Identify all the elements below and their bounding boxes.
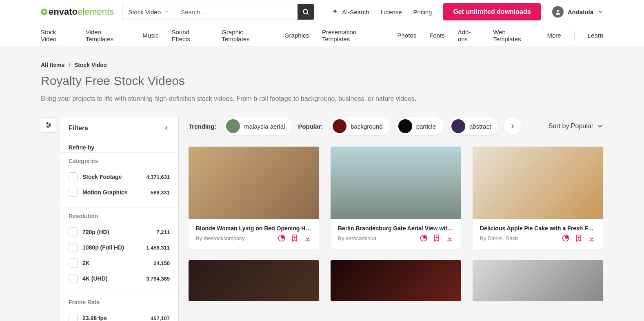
video-card[interactable] <box>189 260 319 301</box>
checkbox-23fps[interactable] <box>69 314 78 321</box>
card-meta: By Daniel_Dash <box>480 234 596 242</box>
nav-learn[interactable]: Learn <box>574 31 603 40</box>
chip-abstract[interactable]: abstract <box>449 117 498 135</box>
nav-video-templates[interactable]: Video Templates <box>86 29 130 42</box>
filter-label: 4K (UHD) <box>82 275 107 282</box>
search-category-select[interactable]: Stock Video <box>122 4 175 20</box>
chevron-down-icon <box>597 123 603 129</box>
cta-button[interactable]: Get unlimited downloads <box>443 3 540 20</box>
logo[interactable]: ❂ envatoelements <box>41 7 114 17</box>
checkbox-stock-footage[interactable] <box>69 172 78 181</box>
sort-dropdown[interactable]: Sort by Popular <box>549 123 603 130</box>
checkbox-2k[interactable] <box>69 259 78 268</box>
svg-point-8 <box>47 126 49 127</box>
video-card[interactable]: Berlin Brandenburg Gate Aerial View with… <box>331 147 461 249</box>
filter-count: 1,456,311 <box>146 245 170 251</box>
main-nav: Stock Video Video Templates Music Sound … <box>0 24 644 47</box>
chip-particle[interactable]: particle <box>396 117 443 135</box>
card-actions <box>420 234 454 242</box>
thumbnail <box>189 260 319 301</box>
filter-label: Stock Footage <box>82 174 122 180</box>
checkbox-720p[interactable] <box>69 227 78 236</box>
bookmark-icon[interactable] <box>291 234 299 242</box>
svg-rect-23 <box>589 241 594 241</box>
filter-label: 1080p (Full HD) <box>82 244 124 251</box>
similar-icon[interactable] <box>562 234 570 242</box>
bookmark-icon[interactable] <box>575 234 583 242</box>
breadcrumb-current: Stock Video <box>74 62 107 68</box>
search-button[interactable] <box>298 4 314 20</box>
nav-sound-effects[interactable]: Sound Effects <box>172 29 209 42</box>
filter-row: 2K24,150 <box>69 255 170 271</box>
thumbnail <box>473 260 603 301</box>
bookmark-icon[interactable] <box>433 234 441 242</box>
filter-count: 24,150 <box>153 260 170 266</box>
video-card[interactable]: Blonde Woman Lying on Bed Opening Her Ey… <box>189 147 319 249</box>
card-author[interactable]: By thestockcompany <box>196 235 245 241</box>
chip-background[interactable]: background <box>330 117 390 135</box>
content-area: Trending: malaysia aerial Popular: backg… <box>189 117 603 301</box>
search-category-label: Stock Video <box>128 9 161 16</box>
filter-count: 4,371,631 <box>146 174 170 180</box>
svg-point-0 <box>303 9 308 14</box>
svg-point-6 <box>47 123 48 124</box>
download-icon[interactable] <box>446 234 454 242</box>
filters-sidebar: Filters Refine by Categories Stock Foota… <box>60 117 179 321</box>
chip-swatch <box>226 119 240 133</box>
filter-row: 4K (UHD)3,794,365 <box>69 271 170 286</box>
chip-swatch <box>398 119 412 133</box>
filter-label: 23.98 fps <box>82 315 107 321</box>
breadcrumb-all-items[interactable]: All Items <box>41 62 64 68</box>
filter-section-framerate: Frame Rate 23.98 fps457,107 <box>60 294 178 321</box>
section-title-resolution: Resolution <box>69 213 170 219</box>
ai-search-label: AI-Search <box>342 9 369 16</box>
thumbnail <box>473 147 603 219</box>
filter-label: 720p (HD) <box>82 229 109 235</box>
nav-addons[interactable]: Add-ons <box>458 29 480 42</box>
nav-music[interactable]: Music <box>142 32 158 39</box>
leaf-icon: ❂ <box>41 7 48 17</box>
card-meta: By aerocaminua <box>338 234 454 242</box>
page-title: Royalty Free Stock Videos <box>41 74 603 88</box>
breadcrumb: All Items / Stock Video <box>41 62 603 68</box>
chevron-left-icon <box>163 125 170 132</box>
filter-toggle-button[interactable] <box>41 117 56 133</box>
pricing-link[interactable]: Pricing <box>413 9 432 16</box>
similar-icon[interactable] <box>420 234 428 242</box>
ai-search-link[interactable]: AI-Search <box>331 8 369 16</box>
svg-point-15 <box>423 236 426 239</box>
chip-malaysia-aerial[interactable]: malaysia aerial <box>224 117 292 135</box>
nav-more[interactable]: More <box>547 32 561 39</box>
svg-point-2 <box>557 10 559 12</box>
checkbox-motion-graphics[interactable] <box>69 188 78 197</box>
nav-photos[interactable]: Photos <box>398 32 417 39</box>
user-menu[interactable]: Andalula <box>552 6 603 18</box>
download-icon[interactable] <box>304 234 312 242</box>
checkbox-1080p[interactable] <box>69 243 78 252</box>
video-card[interactable] <box>473 260 603 301</box>
download-icon[interactable] <box>588 234 596 242</box>
nav-stock-video[interactable]: Stock Video <box>41 29 73 42</box>
chip-swatch <box>451 119 465 133</box>
nav-fonts[interactable]: Fonts <box>429 32 445 39</box>
collapse-filters-button[interactable] <box>163 125 170 132</box>
search-input[interactable] <box>175 4 298 20</box>
checkbox-4k[interactable] <box>69 274 78 283</box>
nav-web-templates[interactable]: Web Templates <box>493 29 534 42</box>
similar-icon[interactable] <box>278 234 286 242</box>
filter-section-categories: Categories Stock Footage 4,371,631 Motio… <box>60 152 178 207</box>
nav-graphic-templates[interactable]: Graphic Templates <box>222 29 271 42</box>
license-link[interactable]: License <box>381 9 402 16</box>
nav-graphics[interactable]: Graphics <box>284 32 309 39</box>
video-card[interactable]: Delicious Apple Pie Cake with a Fresh Fr… <box>473 147 603 249</box>
thumbnail <box>189 147 319 219</box>
card-author[interactable]: By aerocaminua <box>338 235 376 241</box>
card-author[interactable]: By Daniel_Dash <box>480 235 518 241</box>
header: ❂ envatoelements Stock Video AI-Search L… <box>0 0 644 24</box>
video-card[interactable] <box>331 260 461 301</box>
filter-count: 3,794,365 <box>146 276 170 282</box>
chevron-down-icon <box>164 9 169 14</box>
chips-next-button[interactable] <box>504 118 521 135</box>
sparkle-icon <box>331 8 339 16</box>
nav-presentation-templates[interactable]: Presentation Templates <box>322 29 384 42</box>
